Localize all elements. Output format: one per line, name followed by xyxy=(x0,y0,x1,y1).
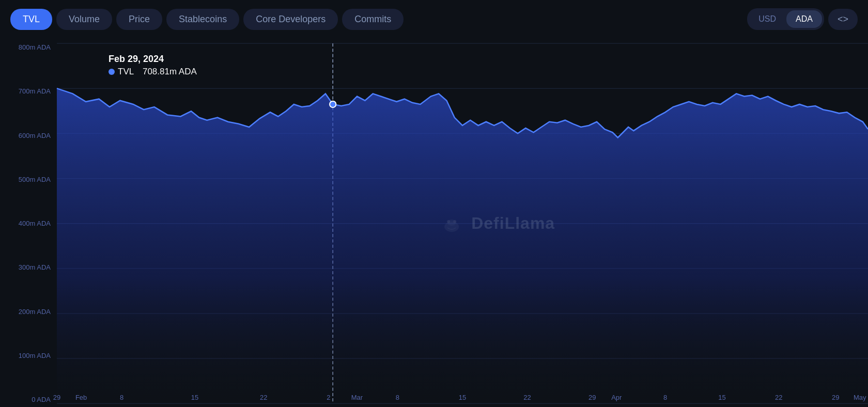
x-label-feb: Feb xyxy=(75,394,87,401)
y-label-500: 500m ADA xyxy=(19,176,51,183)
x-label-8mar: 8 xyxy=(396,394,399,401)
x-label-may: May xyxy=(854,394,866,401)
x-label-22feb: 22 xyxy=(260,394,267,401)
y-label-0: 0 ADA xyxy=(32,396,51,403)
embed-button[interactable]: <> xyxy=(828,9,858,30)
tab-price[interactable]: Price xyxy=(116,9,162,30)
y-label-600: 600m ADA xyxy=(19,132,51,139)
x-label-22mar: 22 xyxy=(523,394,531,401)
x-label-apr: Apr xyxy=(611,394,622,401)
x-label-8apr: 8 xyxy=(663,394,667,401)
chart-svg xyxy=(57,43,868,403)
toolbar: TVL Volume Price Stablecoins Core Develo… xyxy=(0,0,868,38)
x-label-8feb: 8 xyxy=(120,394,123,401)
currency-usd[interactable]: USD xyxy=(749,10,785,28)
tab-commits[interactable]: Commits xyxy=(342,9,404,30)
currency-group: USD ADA xyxy=(747,8,824,30)
x-label-1mar: 2 xyxy=(327,394,330,401)
x-label-22apr: 22 xyxy=(775,394,782,401)
x-label-mar: Mar xyxy=(351,394,363,401)
x-label-15apr: 15 xyxy=(718,394,725,401)
tab-core-developers[interactable]: Core Developers xyxy=(243,9,338,30)
svg-point-10 xyxy=(330,101,336,107)
x-label-15feb: 15 xyxy=(191,394,198,401)
tab-volume[interactable]: Volume xyxy=(56,9,112,30)
main-container: TVL Volume Price Stablecoins Core Develo… xyxy=(0,0,868,407)
y-axis: 800m ADA 700m ADA 600m ADA 500m ADA 400m… xyxy=(0,43,57,403)
x-label-29mar: 29 xyxy=(588,394,596,401)
currency-ada[interactable]: ADA xyxy=(786,10,822,28)
x-label-29feb: 29 xyxy=(53,394,60,401)
y-label-200: 200m ADA xyxy=(19,308,51,316)
tab-stablecoins[interactable]: Stablecoins xyxy=(166,9,239,30)
y-label-100: 100m ADA xyxy=(19,352,51,359)
y-label-300: 300m ADA xyxy=(19,263,51,271)
y-label-400: 400m ADA xyxy=(19,220,51,227)
tab-tvl[interactable]: TVL xyxy=(10,9,52,30)
chart-inner: Feb 29, 2024 TVL 708.81m ADA DefiLla xyxy=(57,43,868,403)
y-label-800: 800m ADA xyxy=(19,43,51,51)
x-label-29apr: 29 xyxy=(832,394,839,401)
y-label-700: 700m ADA xyxy=(19,87,51,95)
x-label-15mar: 15 xyxy=(459,394,466,401)
chart-area: 800m ADA 700m ADA 600m ADA 500m ADA 400m… xyxy=(0,38,868,407)
x-axis: 29 Feb 8 15 22 2 Mar 8 15 22 29 Apr 8 15… xyxy=(57,385,868,403)
